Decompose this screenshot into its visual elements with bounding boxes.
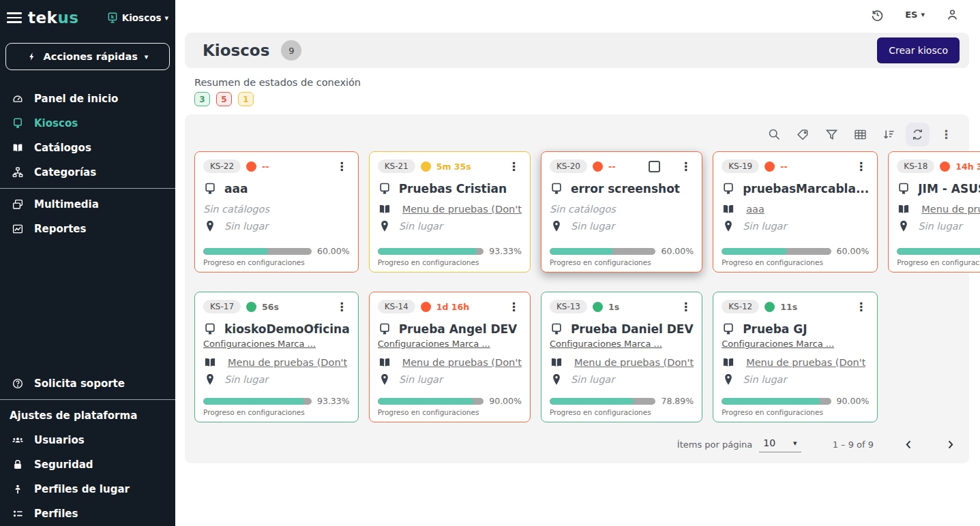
configurations-link[interactable]: Configuraciones Marca ... — [550, 339, 694, 349]
card-spacer — [378, 233, 522, 246]
profiles-icon — [12, 508, 24, 520]
catalog-row: Sin catálogos — [203, 202, 350, 216]
card-menu-button[interactable]: ⋮ — [506, 301, 522, 313]
configurations-link[interactable]: Configuraciones Marca ... — [378, 339, 522, 349]
kiosk-card[interactable]: KS-20--⋮error screenshotSin catálogosSin… — [541, 151, 702, 273]
progress-bar — [550, 248, 656, 255]
kiosk-icon — [722, 322, 735, 336]
progress-percent: 93.33% — [489, 246, 522, 256]
card-title-row: Prueba Angel DEV — [378, 322, 522, 336]
connection-time: 14h 38m — [955, 161, 980, 172]
kiosk-icon — [203, 182, 217, 196]
configurations-link[interactable]: Configuraciones Marca ... — [203, 339, 350, 349]
card-menu-button[interactable]: ⋮ — [853, 161, 869, 172]
language-selector[interactable]: ES ▾ — [905, 10, 925, 20]
catalog-link[interactable]: Menu de pruebas (Don't — [402, 357, 522, 368]
sidebar-item-label: Kioscos — [34, 117, 78, 129]
sidebar-item-perfiles[interactable]: Perfiles — [0, 501, 175, 526]
progress-fill — [378, 398, 473, 405]
sidebar-item-perfiles-de-lugar[interactable]: Perfiles de lugar — [0, 477, 175, 501]
catalog-link[interactable]: Menu de pruebas (Don't — [921, 204, 980, 215]
kiosk-card[interactable]: KS-19--⋮pruebasMarcabla...aaaSin lugar60… — [713, 151, 878, 273]
configurations-link[interactable]: Configuraciones Marca ... — [722, 339, 869, 349]
sort-button[interactable] — [877, 123, 901, 146]
history-icon[interactable] — [870, 7, 885, 22]
progress-bar — [378, 398, 484, 405]
progress-fill — [722, 398, 820, 405]
status-chip-red[interactable]: 5 — [216, 92, 232, 106]
progress-label: Progreso en configuraciones — [550, 258, 694, 266]
search-button[interactable] — [762, 123, 786, 146]
kiosk-id-badge: KS-18 — [897, 159, 934, 173]
card-spacer — [203, 386, 350, 396]
quick-actions-button[interactable]: Acciones rápidas ▾ — [5, 43, 170, 70]
progress-label: Progreso en configuraciones — [203, 258, 350, 266]
kiosk-card[interactable]: KS-1211s⋮Prueba GJConfiguraciones Marca … — [713, 292, 878, 422]
kiosk-id-badge: KS-20 — [550, 159, 587, 173]
sidebar-item-panel-de-inicio[interactable]: Panel de inicio — [0, 87, 175, 111]
kiosk-icon — [550, 322, 563, 336]
table-button[interactable] — [848, 123, 872, 146]
more-button[interactable]: ⋮ — [934, 123, 958, 146]
module-switcher[interactable]: k Kioscos ▾ — [106, 12, 168, 24]
progress-fill — [378, 248, 477, 255]
progress-percent: 90.00% — [489, 396, 522, 406]
items-per-page-select[interactable]: 10 ▾ — [759, 436, 801, 452]
card-menu-button[interactable]: ⋮ — [678, 161, 694, 172]
catalog-link[interactable]: Menu de pruebas (Don't — [574, 357, 694, 368]
catalog-link[interactable]: Menu de pruebas (Don't — [402, 204, 522, 215]
user-icon[interactable] — [945, 7, 960, 22]
sidebar-item-solicita-soporte[interactable]: Solicita soporte — [0, 371, 175, 396]
catalog-link[interactable]: aaa — [746, 204, 764, 215]
card-menu-button[interactable]: ⋮ — [334, 301, 350, 313]
sidebar-divider — [0, 188, 175, 189]
logo-prefix: tek — [28, 9, 57, 27]
sidebar-item-multimedia[interactable]: Multimedia — [0, 192, 175, 217]
catalog-link[interactable]: Menu de pruebas (Don't — [228, 357, 347, 368]
tag-button[interactable] — [791, 123, 815, 146]
previous-page-button[interactable] — [902, 438, 915, 451]
logo[interactable]: tekus — [28, 9, 78, 27]
kiosk-card[interactable]: KS-131s⋮Prueba Daniel DEVConfiguraciones… — [541, 292, 702, 422]
progress-row: 93.33% — [203, 396, 350, 406]
sidebar-item-kioscos[interactable]: Kioscos — [0, 111, 175, 136]
kiosk-icon — [12, 117, 24, 129]
kiosk-card[interactable]: KS-215m 35s⋮Pruebas CristianMenu de prue… — [369, 151, 531, 273]
progress-label: Progreso en configuraciones — [722, 408, 869, 416]
sidebar-item-catalogos[interactable]: Catálogos — [0, 136, 175, 160]
progress-bar — [550, 398, 656, 405]
status-chip-green[interactable]: 3 — [194, 92, 210, 106]
kiosk-card[interactable]: KS-141d 16h⋮Prueba Angel DEVConfiguracio… — [369, 292, 531, 422]
progress-fill — [897, 248, 980, 255]
kiosk-card[interactable]: KS-22--⋮aaaSin catálogosSin lugar60.00%P… — [194, 151, 359, 273]
location-text: Sin lugar — [399, 221, 443, 232]
card-menu-button[interactable]: ⋮ — [678, 301, 694, 313]
kiosk-card[interactable]: KS-1756s⋮kioskoDemoOficinaConfiguracione… — [194, 292, 359, 422]
hamburger-menu-icon[interactable] — [7, 11, 22, 25]
sidebar-item-usuarios[interactable]: Usuarios — [0, 428, 175, 452]
refresh-button[interactable] — [906, 123, 930, 146]
catalog-link[interactable]: Menu de pruebas (Don't — [746, 357, 865, 368]
paginator: Ítems por página 10 ▾ 1 – 9 of 9 — [194, 436, 960, 452]
card-checkbox[interactable] — [649, 161, 660, 172]
next-page-button[interactable] — [944, 438, 957, 451]
status-dot — [421, 302, 431, 312]
card-menu-button[interactable]: ⋮ — [334, 161, 350, 172]
sidebar-spacer — [0, 241, 175, 371]
status-chip-yellow[interactable]: 1 — [238, 92, 254, 106]
topbar: ES ▾ — [175, 0, 980, 29]
sidebar: tekus k Kioscos ▾ Acciones rápidas ▾ Pan… — [0, 0, 175, 526]
create-kiosk-button[interactable]: Crear kiosco — [877, 37, 960, 63]
sidebar-item-reportes[interactable]: Reportes — [0, 217, 175, 241]
sidebar-item-categorias[interactable]: Categorías — [0, 160, 175, 185]
card-header: KS-1814h 38m⋮ — [897, 159, 980, 173]
kiosk-card[interactable]: KS-1814h 38m⋮JIM - ASUSTUFMenu de prueba… — [888, 151, 980, 273]
kiosk-icon — [722, 182, 735, 196]
table-icon — [853, 127, 867, 142]
filter-button[interactable] — [820, 123, 844, 146]
location-pin-icon — [378, 373, 391, 386]
sidebar-item-seguridad[interactable]: Seguridad — [0, 452, 175, 477]
card-menu-button[interactable]: ⋮ — [853, 301, 869, 313]
card-menu-button[interactable]: ⋮ — [506, 161, 522, 172]
multimedia-icon — [12, 198, 24, 211]
